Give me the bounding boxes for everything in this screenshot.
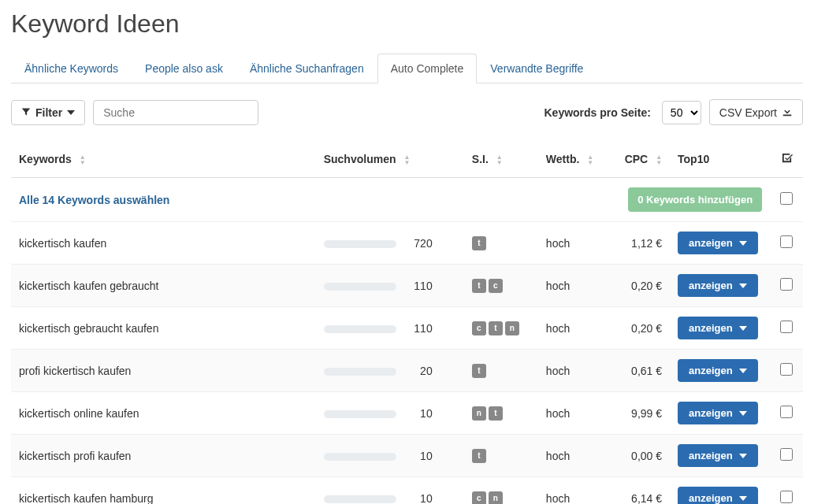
- tab-1[interactable]: People also ask: [132, 54, 236, 83]
- check-cell: [770, 350, 803, 392]
- table-row: kickertisch kaufen720thoch1,12 €anzeigen: [11, 222, 803, 265]
- show-top10-button[interactable]: anzeigen: [678, 317, 758, 339]
- row-checkbox[interactable]: [780, 491, 793, 503]
- si-cell: t: [464, 435, 538, 477]
- volume-number: 10: [401, 492, 433, 505]
- cpc-cell: 0,00 €: [612, 435, 670, 477]
- cpc-cell: 0,61 €: [612, 350, 670, 392]
- volume-number: 10: [401, 450, 433, 462]
- csv-export-button[interactable]: CSV Export: [709, 99, 803, 125]
- volume-bar: [324, 453, 396, 461]
- volume-cell: 20: [316, 350, 464, 392]
- sort-icon: ▲▼: [496, 154, 503, 165]
- show-top10-button[interactable]: anzeigen: [678, 359, 758, 382]
- top10-cell: anzeigen: [670, 392, 770, 435]
- wettb-cell: hoch: [538, 435, 612, 477]
- select-all-checkbox[interactable]: [780, 192, 793, 205]
- chevron-down-icon: [739, 281, 747, 290]
- tab-3[interactable]: Auto Complete: [377, 54, 478, 83]
- row-checkbox[interactable]: [780, 321, 793, 333]
- row-checkbox[interactable]: [780, 363, 793, 376]
- keyword-cell: kickertisch kaufen: [11, 222, 316, 265]
- si-tag-t: t: [489, 406, 503, 421]
- chevron-down-icon: [739, 366, 747, 375]
- table-row: kickertisch kaufen hamburg10cnhoch6,14 €…: [11, 477, 803, 505]
- volume-cell: 10: [316, 392, 464, 435]
- search-input[interactable]: [93, 100, 258, 125]
- check-cell: [770, 222, 803, 265]
- row-checkbox[interactable]: [780, 406, 793, 418]
- top10-cell: anzeigen: [670, 477, 770, 505]
- top10-cell: anzeigen: [670, 435, 770, 477]
- select-all-link[interactable]: Alle 14 Keywords auswählen: [19, 194, 169, 206]
- add-keywords-button[interactable]: 0 Keywords hinzufügen: [628, 187, 762, 212]
- table-row: kickertisch profi kaufen10thoch0,00 €anz…: [11, 435, 803, 477]
- volume-number: 720: [401, 237, 433, 250]
- keyword-cell: kickertisch profi kaufen: [11, 435, 316, 477]
- sort-icon: ▲▼: [403, 154, 410, 165]
- si-cell: ctn: [464, 307, 538, 350]
- col-header-check[interactable]: [770, 141, 803, 178]
- row-checkbox[interactable]: [780, 235, 793, 248]
- keywords-per-page-label: Keywords pro Seite:: [544, 106, 650, 119]
- si-tag-n: n: [472, 406, 486, 421]
- cpc-cell: 0,20 €: [612, 307, 670, 350]
- keywords-table: Keywords ▲▼ Suchvolumen ▲▼ S.I. ▲▼ Wettb…: [11, 141, 803, 504]
- tab-0[interactable]: Ähnliche Keywords: [11, 54, 132, 83]
- volume-number: 10: [401, 407, 433, 420]
- show-top10-button[interactable]: anzeigen: [678, 274, 758, 297]
- chevron-down-icon: [67, 108, 75, 117]
- col-header-keywords[interactable]: Keywords ▲▼: [11, 141, 316, 178]
- top10-cell: anzeigen: [670, 222, 770, 265]
- col-header-top10: Top10: [670, 141, 770, 178]
- show-top10-button[interactable]: anzeigen: [678, 444, 758, 467]
- volume-bar: [324, 410, 396, 418]
- wettb-cell: hoch: [538, 392, 612, 435]
- keyword-cell: kickertisch online kaufen: [11, 392, 316, 435]
- si-tag-t: t: [489, 321, 503, 335]
- download-icon: [782, 106, 793, 119]
- tab-2[interactable]: Ähnliche Suchanfragen: [236, 54, 377, 83]
- volume-cell: 10: [316, 477, 464, 505]
- show-top10-button[interactable]: anzeigen: [678, 487, 758, 504]
- filter-button[interactable]: Filter: [11, 100, 85, 125]
- check-cell: [770, 307, 803, 350]
- col-header-cpc[interactable]: CPC ▲▼: [612, 141, 670, 178]
- col-header-wettb[interactable]: Wettb. ▲▼: [538, 141, 612, 178]
- col-header-volume[interactable]: Suchvolumen ▲▼: [316, 141, 464, 178]
- cpc-cell: 6,14 €: [612, 477, 670, 505]
- row-checkbox[interactable]: [780, 448, 793, 461]
- cpc-cell: 1,12 €: [612, 222, 670, 265]
- volume-number: 110: [401, 322, 433, 335]
- keyword-cell: profi kickertisch kaufen: [11, 350, 316, 392]
- tabs-bar: Ähnliche KeywordsPeople also askÄhnliche…: [11, 53, 803, 83]
- row-checkbox[interactable]: [780, 278, 793, 291]
- wettb-cell: hoch: [538, 350, 612, 392]
- volume-cell: 110: [316, 265, 464, 307]
- check-cell: [770, 265, 803, 307]
- si-tag-t: t: [472, 364, 486, 378]
- sort-icon: ▲▼: [80, 154, 86, 165]
- keywords-per-page-select[interactable]: 50: [662, 101, 701, 124]
- keyword-cell: kickertisch kaufen gebraucht: [11, 265, 316, 307]
- wettb-cell: hoch: [538, 222, 612, 265]
- sort-icon: ▲▼: [656, 154, 662, 165]
- si-tag-n: n: [505, 321, 519, 335]
- cpc-cell: 0,20 €: [612, 265, 670, 307]
- col-header-si[interactable]: S.I. ▲▼: [464, 141, 538, 178]
- volume-number: 110: [401, 280, 433, 292]
- table-row: kickertisch kaufen gebraucht110tchoch0,2…: [11, 265, 803, 307]
- show-top10-button[interactable]: anzeigen: [678, 232, 758, 254]
- tab-4[interactable]: Verwandte Begriffe: [477, 54, 597, 83]
- check-cell: [770, 435, 803, 477]
- volume-number: 20: [401, 365, 433, 377]
- volume-cell: 10: [316, 435, 464, 477]
- cpc-cell: 9,99 €: [612, 392, 670, 435]
- si-tag-t: t: [472, 449, 486, 463]
- show-top10-button[interactable]: anzeigen: [678, 402, 758, 424]
- check-cell: [770, 477, 803, 505]
- volume-cell: 110: [316, 307, 464, 350]
- filter-label: Filter: [35, 106, 62, 119]
- volume-bar: [324, 368, 396, 376]
- table-row: kickertisch online kaufen10nthoch9,99 €a…: [11, 392, 803, 435]
